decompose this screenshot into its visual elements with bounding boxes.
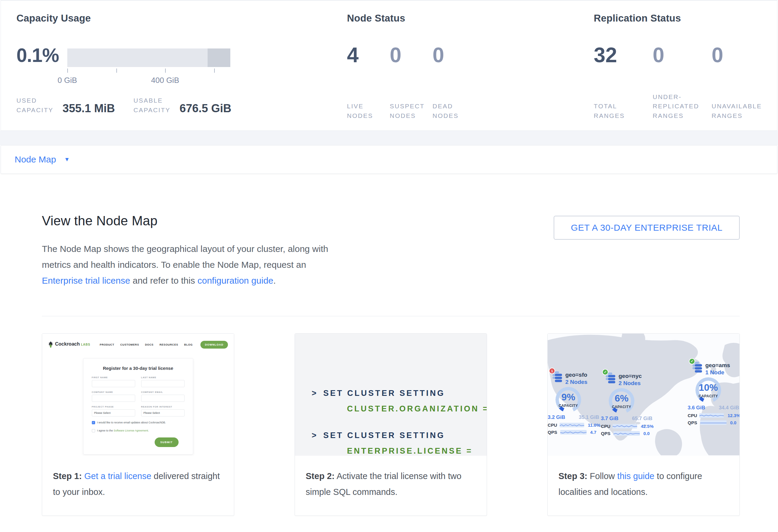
suspect-nodes-label: SUSPECT NODES (390, 101, 429, 120)
used-capacity-stat: USED CAPACITY 355.1 MiB (16, 96, 115, 115)
form-field: COMPANY EMAIL (141, 391, 184, 402)
chevron-down-icon: ▼ (64, 156, 70, 163)
nav-item: BLOG (184, 343, 192, 346)
usable-capacity-stat: USABLE CAPACITY 676.5 GiB (134, 96, 231, 115)
cluster-widget-sfo: 1 geo=sfo 2 Nodes 9% CAPACITY (548, 371, 600, 435)
form-field: FIRST NAME (92, 376, 135, 387)
project-phase-select: Please Select (92, 409, 135, 416)
used-capacity-value: 355.1 MiB (63, 103, 115, 115)
email-updates-checkbox-row: ✓ I would like to receive email updates … (92, 421, 184, 425)
mini-site-nav: PRODUCT CUSTOMERS DOCS RESOURCES BLOG DO… (100, 341, 228, 349)
step1-card: Cockroach LABS PRODUCT CUSTOMERS DOCS RE… (42, 333, 234, 516)
checkbox-checked-icon: ✓ (92, 421, 95, 424)
healthy-badge: ✓ (602, 369, 608, 375)
download-button: DOWNLOAD (201, 341, 228, 349)
step2-caption: Step 2: Activate the trial license with … (295, 456, 487, 500)
under-replicated-ranges-value: 0 (653, 44, 712, 67)
configuration-guide-link[interactable]: configuration guide (198, 276, 274, 286)
node-status-title: Node Status (347, 13, 405, 24)
intro-text: and refer to this (130, 276, 198, 286)
under-replicated-ranges-label: UNDER-REPLICATED RANGES (653, 92, 704, 121)
cluster-summary-bar: Capacity Usage 0.1% 0 GiB 400 GiB USED C… (1, 0, 777, 131)
capacity-usage-panel: Capacity Usage 0.1% 0 GiB 400 GiB USED C… (16, 1, 333, 131)
unavailable-ranges-label: UNAVAILABLE RANGES (712, 101, 770, 120)
trial-registration-form: Register for a 30-day trial license FIRS… (83, 358, 193, 455)
get-trial-license-link[interactable]: Get a trial license (84, 471, 151, 481)
form-title: Register for a 30-day trial license (92, 366, 184, 371)
cluster-widget-ams: ✓ geo=ams 1 Node 10% CAPACITY (688, 361, 740, 425)
sql-command: >SET CLUSTER SETTING CLUSTER.ORGANIZATIO… (312, 389, 487, 413)
step1-thumbnail: Cockroach LABS PRODUCT CUSTOMERS DOCS RE… (42, 333, 234, 456)
axis-tick-label: 0 GiB (58, 76, 77, 85)
intro-text: . (274, 276, 276, 286)
nav-item: DOCS (145, 343, 153, 346)
qps-sparkline (614, 431, 640, 436)
form-field: PROJECT PHASEPlease Select (92, 405, 135, 416)
cockroach-labs-logo: Cockroach LABS (48, 341, 90, 348)
mini-site-header: Cockroach LABS PRODUCT CUSTOMERS DOCS RE… (42, 333, 234, 351)
total-ranges-value: 32 (594, 44, 653, 67)
cockroach-bug-icon (48, 341, 53, 348)
company-email-input (141, 395, 184, 402)
node-map-promo-section: View the Node Map The Node Map shows the… (0, 213, 778, 516)
step2-card: >SET CLUSTER SETTING CLUSTER.ORGANIZATIO… (295, 333, 487, 516)
first-name-input (92, 380, 135, 387)
cluster-node-count: 1 Node (705, 369, 730, 376)
dead-nodes-label: DEAD NODES (433, 101, 471, 120)
steps-cards-row: Cockroach LABS PRODUCT CUSTOMERS DOCS RE… (42, 333, 740, 516)
nav-item: CUSTOMERS (120, 343, 139, 346)
node-map-dropdown-label: Node Map (15, 154, 56, 165)
axis-tick (165, 69, 166, 73)
axis-tick (67, 69, 68, 73)
reason-for-interest-select: Please Select (141, 409, 184, 416)
capacity-usage-title: Capacity Usage (16, 13, 91, 24)
total-ranges-label: TOTAL RANGES (594, 101, 645, 120)
capacity-bar-other-segment (208, 49, 230, 67)
capacity-percent: 0.1% (16, 44, 59, 66)
usable-capacity-value: 676.5 GiB (179, 103, 231, 115)
cluster-locality-label: geo=ams (705, 362, 730, 369)
checkbox-empty-icon (92, 429, 95, 432)
capacity-gauge: 6% CAPACITY (609, 388, 634, 414)
last-name-input (141, 380, 184, 387)
intro-text-block: View the Node Map The Node Map shows the… (42, 213, 329, 289)
axis-tick (214, 69, 215, 73)
company-name-input (92, 395, 135, 402)
get-enterprise-trial-button[interactable]: GET A 30-DAY ENTERPRISE TRIAL (554, 216, 740, 240)
node-map-dropdown[interactable]: Node Map ▼ (15, 154, 70, 165)
cluster-node-count: 2 Nodes (565, 379, 588, 386)
view-selector-bar: Node Map ▼ (1, 145, 777, 174)
cluster-widget-nyc: ✓ geo=nyc 2 Nodes 6% CAPACITY (601, 372, 653, 436)
step3-card: 1 geo=sfo 2 Nodes 9% CAPACITY (547, 333, 740, 516)
software-license-agreement-link: Software License Agreement. (114, 429, 149, 432)
this-guide-link[interactable]: this guide (617, 471, 654, 481)
submit-button: SUBMIT (155, 438, 178, 447)
qps-sparkline (700, 421, 726, 425)
nav-item: PRODUCT (100, 343, 114, 346)
usable-capacity-label: USABLE CAPACITY (134, 96, 174, 115)
enterprise-trial-license-link[interactable]: Enterprise trial license (42, 276, 130, 286)
cluster-node-count: 2 Nodes (619, 380, 642, 387)
form-field: LAST NAME (141, 376, 184, 387)
replication-labels: TOTAL RANGES UNDER-REPLICATED RANGES UNA… (594, 93, 770, 120)
step3-caption: Step 3: Follow this guide to configure l… (548, 456, 740, 500)
step1-caption: Step 1: Get a trial license delivered st… (42, 456, 234, 500)
form-fields: FIRST NAME LAST NAME COMPANY NAME COMPAN… (92, 376, 184, 416)
sql-command: >SET CLUSTER SETTING ENTERPRISE.LICENSE … (312, 432, 487, 455)
cluster-locality-label: geo=sfo (565, 371, 588, 379)
form-field: REASON FOR INTERESTPlease Select (141, 405, 184, 416)
brand-suffix: LABS (81, 343, 90, 346)
dead-nodes-value: 0 (433, 44, 475, 67)
form-field: COMPANY NAME (92, 391, 135, 402)
brand-name: Cockroach (55, 341, 80, 347)
qps-sparkline (560, 430, 587, 435)
sql-commands-thumbnail: >SET CLUSTER SETTING CLUSTER.ORGANIZATIO… (295, 333, 487, 456)
intro-text: The Node Map shows the geographical layo… (42, 244, 328, 270)
nav-item: RESOURCES (159, 343, 178, 346)
live-nodes-value: 4 (347, 44, 390, 67)
replication-status-panel: Replication Status 32 0 0 TOTAL RANGES U… (594, 1, 773, 131)
replication-values: 32 0 0 (594, 44, 771, 67)
used-capacity-label: USED CAPACITY (16, 96, 57, 115)
cpu-sparkline (613, 424, 637, 429)
suspect-nodes-value: 0 (390, 44, 433, 67)
